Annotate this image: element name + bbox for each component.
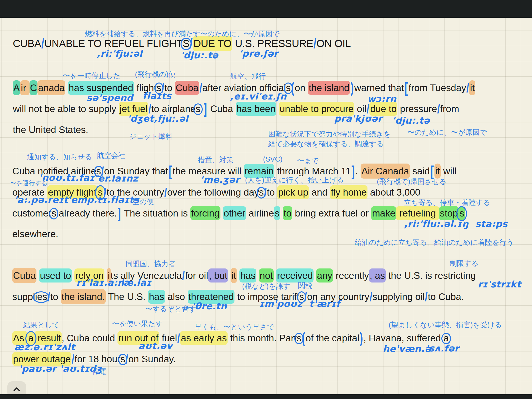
- text-segment: from: [440, 103, 459, 114]
- bottom-bar: [0, 394, 532, 399]
- pen-slash-mark: /: [125, 350, 128, 368]
- handwritten-ipa-note: aʊt.əv: [138, 341, 172, 351]
- jp-annotation: 経て必要な物を確保する、調達する: [268, 139, 384, 149]
- chevron-up-icon: [12, 385, 21, 394]
- pen-bracket-mark: ]: [204, 98, 207, 120]
- text-segment: to: [267, 187, 277, 198]
- pen-paren-mark: (: [291, 77, 294, 99]
- handwritten-ipa-note: 'dju:.tə: [392, 115, 430, 126]
- text-segment: [314, 270, 316, 281]
- handwritten-ipa-note: rɪ'laɪ.a:n: [76, 277, 124, 288]
- notebook-page[interactable]: CUBA/UNABLE TO REFUEL FLIGHTS/DUE TO U.S…: [0, 18, 532, 394]
- text-segment: recently: [333, 270, 369, 281]
- text-segment: over the following day: [167, 187, 259, 198]
- pen-circle-mark: ies: [35, 291, 47, 302]
- text-segment: to airplane: [151, 103, 196, 114]
- text-segment: .: [355, 166, 361, 176]
- text-segment: [256, 270, 259, 281]
- handwritten-ipa-note: 'emp.tɪ.flaɪts: [68, 195, 139, 205]
- jp-annotation: 給油のために立ち寄る、給油のために着陸を行う: [355, 238, 514, 248]
- text-segment: of the capital: [305, 333, 359, 343]
- pen-circle-mark: a: [444, 333, 449, 343]
- jp-annotation: 〜を使い果たす: [112, 319, 163, 329]
- highlighted-text: anada: [37, 80, 65, 95]
- jp-annotation: 〜を一時停止した: [63, 71, 120, 81]
- handwritten-ipa-note: 'a:.pə.reɪt: [14, 195, 68, 205]
- text-segment: to Cuba.: [428, 291, 464, 302]
- pen-slash-mark: /: [437, 100, 440, 118]
- highlighted-text: as early as: [180, 331, 227, 345]
- handwritten-ipa-note: 'dju:.tə: [181, 50, 218, 61]
- highlighted-text: has: [239, 268, 256, 283]
- handwritten-ipa-note: ɪm'poʊz t'ærɪf: [259, 299, 340, 309]
- handwritten-ipa-note: 'sʌ.fər: [426, 343, 459, 354]
- highlighted-text: the island: [308, 81, 350, 95]
- text-segment: warned that: [354, 83, 404, 93]
- text-segment: already there.: [56, 208, 117, 218]
- handwritten-ipa-note: flaɪts: [143, 91, 171, 101]
- highlighted-text: it: [434, 164, 441, 179]
- jp-annotation: (望ましくない事態、損害)を受ける: [389, 320, 502, 330]
- highlighted-text: s: [274, 206, 280, 220]
- text-segment: The U.S.: [106, 291, 148, 302]
- handwritten-ipa-note: ,eɪ.vi'eɪ.ʃn: [230, 91, 287, 102]
- jp-annotation: 立ち寄る、停車・着陸する: [404, 198, 490, 208]
- handwritten-ipa-note: wɔ:rn: [367, 94, 397, 104]
- pen-circle-mark: s: [51, 208, 56, 218]
- text-segment: through March 11: [274, 166, 351, 176]
- pen-slash-mark: /: [314, 34, 316, 53]
- text-segment: suppl: [12, 291, 35, 302]
- jp-annotation: 〜まで: [297, 156, 319, 166]
- jp-annotation: 措置、対策: [198, 155, 233, 165]
- jp-annotation: 航空会社: [97, 151, 125, 161]
- highlighted-text: it: [231, 268, 237, 283]
- highlighted-text: forcing: [190, 206, 220, 220]
- highlighted-text: refueling: [396, 206, 439, 220]
- highlighted-text: A: [13, 80, 20, 95]
- highlighted-text: it: [469, 80, 475, 95]
- highlighted-text: Air Canada: [361, 164, 410, 179]
- text-segment: for oil: [185, 270, 208, 281]
- article-text-line: supplies/to the island. The U.S. has als…: [12, 290, 464, 304]
- text-segment: supplying oil: [372, 291, 425, 302]
- jp-annotation: (飛行機で)帰国させる: [377, 177, 447, 187]
- text-segment: [220, 208, 223, 218]
- pen-circle-mark: s: [196, 103, 200, 114]
- text-segment: airline: [246, 208, 274, 218]
- pen-bracket-mark: ]: [351, 161, 355, 182]
- pen-bracket-mark: [: [169, 161, 172, 182]
- jp-annotation: 制限する: [450, 259, 479, 268]
- pen-slash-mark: /: [41, 34, 44, 53]
- pen-slash-mark: /: [48, 287, 50, 306]
- text-segment: [228, 270, 231, 281]
- pen-slash-mark: /: [264, 183, 267, 201]
- text-segment: UNABLE TO REFUEL FLIGHT: [44, 38, 183, 49]
- text-segment: elsewhere.: [12, 229, 58, 239]
- pen-bracket-mark: ]: [117, 203, 121, 224]
- pen-circle-mark: s: [259, 187, 264, 198]
- text-segment: [274, 270, 276, 281]
- jp-annotation: 同盟国、協力者: [126, 259, 176, 269]
- pen-circle-mark: s: [459, 206, 465, 220]
- text-segment: on: [295, 83, 308, 93]
- handwritten-ipa-note: he'væn.ə: [383, 344, 431, 354]
- handwritten-ipa-note: pra'kjʊər: [334, 113, 382, 124]
- pen-circle-mark: s: [120, 354, 125, 364]
- text-segment: from Tuesday: [409, 83, 466, 93]
- article-text-line: the United States.: [13, 123, 88, 137]
- handwritten-ipa-note: ,ri:'flu:.əl.ɪŋ sta:ps: [404, 219, 508, 229]
- jp-annotation: 燃料を補給する、燃料を再び満たす: [85, 29, 200, 39]
- jp-annotation: (人を)迎えに行く、拾い上げる: [245, 175, 344, 185]
- pen-circle-mark: S: [183, 38, 190, 49]
- pen-paren-mark: (: [302, 327, 305, 349]
- text-segment: and: [309, 187, 330, 198]
- highlighted-text: other: [223, 206, 246, 220]
- article-text-line: elsewhere.: [12, 227, 58, 241]
- text-segment: to: [50, 291, 61, 302]
- highlighted-text: not: [259, 268, 274, 283]
- jp-annotation: 通知する、知らせる: [27, 152, 92, 162]
- article-text-line: As a result, Cuba could run out of fuel/…: [12, 331, 449, 345]
- text-segment: said: [410, 166, 430, 176]
- text-segment: U.S. PRESSURE: [232, 38, 313, 49]
- jp-annotation: 航空、飛行: [230, 71, 266, 81]
